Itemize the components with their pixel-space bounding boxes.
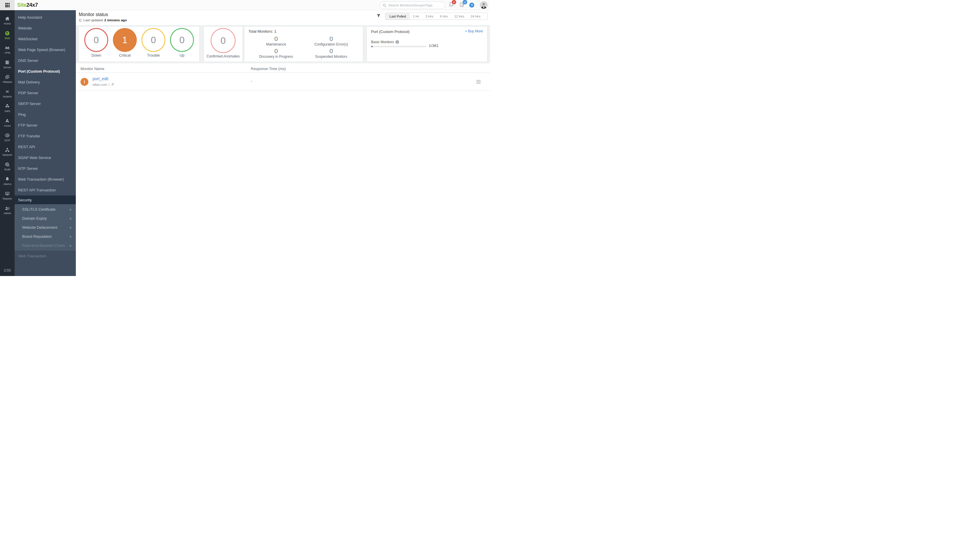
sidebar-item-ssl-tls-certificate[interactable]: SSL/TLS Certificate+ [14, 205, 76, 214]
tag-icon[interactable] [111, 83, 115, 86]
reports-icon [5, 191, 10, 196]
critical-count: 1 [122, 35, 127, 46]
global-search[interactable] [379, 2, 445, 9]
status-down[interactable]: 0 Down [84, 28, 108, 62]
security-subpanel: SSL/TLS Certificate+ Domain Expiry+ Webs… [14, 204, 76, 251]
rail-item-web[interactable]: Web [0, 28, 14, 42]
sidebar-item-smtp-server[interactable]: SMTP Server [14, 98, 76, 109]
sidebar-item-web-transaction-browser[interactable]: Web Transaction (Browser) [14, 174, 76, 185]
expand-plus-icon[interactable]: + [69, 243, 72, 248]
refresh-icon[interactable] [79, 19, 82, 22]
total-monitors-value: 1 [274, 29, 276, 33]
sidebar-item-rest-api-transaction[interactable]: REST API Transaction [14, 185, 76, 196]
stat-suspended-monitors[interactable]: 0Suspended Monitors [304, 48, 359, 59]
table-row[interactable]: ! port_edit vtitan.com | - [76, 73, 490, 91]
rail-item-reports[interactable]: Reports [0, 188, 14, 203]
license-card-title: Port (Custom Protocol) [371, 29, 409, 34]
monitor-name-link[interactable]: port_edit [92, 76, 108, 81]
filter-funnel-icon[interactable] [376, 13, 381, 18]
last-updated: Last updated 2 minutes ago [79, 18, 127, 22]
rum-globe-icon [5, 162, 10, 167]
time-filter-last-polled[interactable]: Last Polled [386, 13, 409, 19]
sidebar-item-mail-delivery[interactable]: Mail Delivery [14, 77, 76, 87]
alerts-bell-button[interactable]: 6 [448, 2, 455, 9]
row-hamburger-menu[interactable] [476, 80, 480, 84]
rail-item-label: VMware [2, 81, 12, 83]
sidebar-item-web-transaction[interactable]: Web Transaction [14, 251, 76, 261]
sidebar-item-web-page-speed[interactable]: Web Page Speed (Browser) [14, 45, 76, 55]
expand-plus-icon[interactable]: + [69, 225, 72, 230]
sidebar-item-soap-web-service[interactable]: SOAP Web Service [14, 152, 76, 163]
rail-item-server[interactable]: Server [0, 57, 14, 72]
rail-item-admin[interactable]: Admin [0, 203, 14, 217]
sidebar-item-dns-server[interactable]: DNS Server [14, 55, 76, 66]
sidebar-item-label: Web Page Speed (Browser) [18, 48, 65, 52]
sidebar-item-rest-api[interactable]: REST API [14, 142, 76, 152]
help-button[interactable]: ? [469, 3, 474, 8]
summary-grid: 0Maintenance 0Configuration Error(s) 0Di… [248, 34, 359, 59]
sidebar-section-security[interactable]: Security [14, 196, 76, 204]
stat-discovery-in-progress[interactable]: 0Discovery in Progress [248, 48, 304, 59]
status-trouble[interactable]: 0 Trouble [142, 28, 165, 62]
stat-value: 0 [304, 35, 359, 42]
time-filter-12hrs[interactable]: 12 Hrs [451, 14, 468, 19]
sidebar-item-ping[interactable]: Ping [14, 109, 76, 120]
rail-item-aws[interactable]: AWS [0, 101, 14, 115]
tasks-button[interactable]: 21 [459, 2, 466, 9]
time-filter-3hrs[interactable]: 3 Hrs [422, 14, 437, 19]
rail-item-rum[interactable]: RUM [0, 159, 14, 173]
sidebar-item-ntp-server[interactable]: NTP Server [14, 163, 76, 174]
basic-monitors-progress-fill [371, 46, 373, 47]
rail-item-apm[interactable]: APM [0, 42, 14, 57]
sidebar-item-ftp-transfer[interactable]: FTP Transfer [14, 131, 76, 142]
rail-item-azure[interactable]: Azure [0, 115, 14, 130]
sidebar-item-domain-expiry[interactable]: Domain Expiry+ [14, 214, 76, 223]
last-updated-label: Last updated [83, 18, 103, 22]
sidebar-item-pop-server[interactable]: POP Server [14, 87, 76, 98]
expand-plus-icon[interactable]: + [69, 216, 72, 221]
rail-item-gcp[interactable]: GCP [0, 130, 14, 145]
basic-monitors-label: Basic Monitors [371, 40, 399, 44]
aws-icon [5, 103, 10, 109]
time-filter-24hrs[interactable]: 24 Hrs [467, 14, 484, 19]
rail-item-network[interactable]: Network [0, 145, 14, 159]
expand-plus-icon[interactable]: + [69, 207, 72, 212]
sidebar-item-realtime-blacklist-check[interactable]: Real-time Blacklist Check+ [14, 241, 76, 250]
sidebar-item-port-custom-protocol[interactable]: Port (Custom Protocol) [14, 66, 76, 77]
time-filter-6hrs[interactable]: 6 Hrs [437, 14, 451, 19]
summary-cards-band: 0 Down 1 Critical 0 Trouble 0 Up 0 Confi… [76, 25, 490, 63]
sidebar-item-ftp-server[interactable]: FTP Server [14, 120, 76, 131]
confirmed-anomalies-card[interactable]: 0 Confirmed Anomalies [204, 26, 243, 62]
stat-maintenance[interactable]: 0Maintenance [248, 35, 304, 46]
status-up[interactable]: 0 Up [170, 28, 194, 62]
rail-item-vmware[interactable]: VMware [0, 72, 14, 86]
info-icon[interactable] [396, 40, 399, 44]
rail-item-home[interactable]: Home [0, 13, 14, 28]
trouble-label: Trouble [142, 53, 165, 57]
user-avatar[interactable] [480, 1, 488, 9]
icon-rail: Home Web APM Server VMware Nutanix AWS A… [0, 10, 14, 276]
sidebar-item-label: SMTP Server [18, 102, 41, 106]
azure-icon [5, 118, 10, 123]
site24x7-logo[interactable]: Site24x7 [17, 2, 38, 8]
main-content: Monitor status Last updated 2 minutes ag… [76, 10, 490, 276]
logo-part1: Site [17, 2, 27, 8]
rail-item-label: Nutanix [3, 95, 12, 98]
sidebar-item-websocket[interactable]: WebSocket [14, 33, 76, 45]
sidebar-item-brand-reputation[interactable]: Brand Reputation+ [14, 232, 76, 241]
sidebar-item-website-defacement[interactable]: Website Defacement+ [14, 223, 76, 232]
stat-configuration-errors[interactable]: 0Configuration Error(s) [304, 35, 359, 46]
rail-item-alarms[interactable]: Alarms [0, 173, 14, 188]
rail-item-nutanix[interactable]: Nutanix [0, 86, 14, 101]
search-input[interactable] [388, 3, 442, 7]
buy-more-link[interactable]: + Buy More [465, 29, 483, 33]
host-text: vtitan.com [92, 83, 107, 86]
sidebar-item-label: Port (Custom Protocol) [18, 69, 60, 73]
sidebar-item-website[interactable]: Website [14, 23, 76, 33]
status-critical[interactable]: 1 Critical [113, 28, 137, 62]
apps-menu-button[interactable] [0, 0, 14, 10]
sidebar-item-help-assistant[interactable]: Help Assistant [14, 12, 76, 23]
expand-plus-icon[interactable]: + [69, 234, 72, 239]
time-filter-1hr[interactable]: 1 Hr [409, 14, 422, 19]
column-response-time: Response Time (ms) [251, 67, 286, 71]
